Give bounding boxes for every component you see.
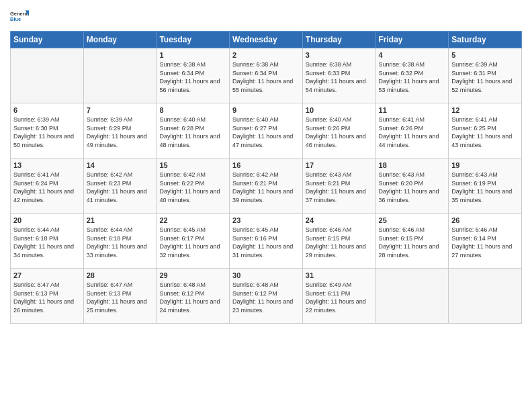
day-number: 21 — [87, 216, 154, 224]
day-number: 18 — [379, 161, 446, 169]
calendar-cell — [11, 48, 84, 103]
calendar-cell: 15Sunrise: 6:42 AMSunset: 6:22 PMDayligh… — [157, 158, 230, 214]
day-info: Sunrise: 6:40 AMSunset: 6:28 PMDaylight:… — [159, 116, 226, 149]
calendar-table: SundayMondayTuesdayWednesdayThursdayFrid… — [10, 31, 522, 324]
calendar-week-row: 13Sunrise: 6:41 AMSunset: 6:24 PMDayligh… — [11, 158, 522, 214]
calendar-cell: 3Sunrise: 6:38 AMSunset: 6:33 PMDaylight… — [302, 48, 375, 103]
day-info: Sunrise: 6:38 AMSunset: 6:34 PMDaylight:… — [232, 60, 300, 94]
day-info: Sunrise: 6:42 AMSunset: 6:21 PMDaylight:… — [232, 171, 300, 204]
calendar-cell — [449, 269, 522, 324]
calendar-cell: 2Sunrise: 6:38 AMSunset: 6:34 PMDaylight… — [230, 48, 303, 103]
day-number: 19 — [451, 161, 519, 169]
day-number: 5 — [451, 51, 519, 59]
calendar-header-day: Thursday — [302, 32, 375, 48]
day-info: Sunrise: 6:38 AMSunset: 6:33 PMDaylight:… — [306, 60, 373, 94]
day-number: 20 — [13, 216, 81, 224]
calendar-header-row: SundayMondayTuesdayWednesdayThursdayFrid… — [11, 32, 522, 48]
day-number: 13 — [13, 161, 81, 169]
calendar-cell: 21Sunrise: 6:44 AMSunset: 6:18 PMDayligh… — [83, 214, 157, 269]
day-number: 31 — [306, 271, 373, 279]
calendar-header-day: Sunday — [11, 32, 84, 48]
svg-text:Blue: Blue — [10, 16, 21, 22]
logo-area: General Blue — [10, 7, 29, 26]
calendar-cell: 29Sunrise: 6:48 AMSunset: 6:12 PMDayligh… — [157, 269, 230, 324]
calendar-header-day: Friday — [375, 32, 449, 48]
calendar-cell: 7Sunrise: 6:39 AMSunset: 6:29 PMDaylight… — [83, 103, 157, 158]
calendar-cell: 10Sunrise: 6:40 AMSunset: 6:26 PMDayligh… — [302, 103, 375, 158]
day-info: Sunrise: 6:40 AMSunset: 6:26 PMDaylight:… — [306, 116, 373, 149]
day-info: Sunrise: 6:38 AMSunset: 6:34 PMDaylight:… — [159, 60, 226, 94]
day-info: Sunrise: 6:49 AMSunset: 6:11 PMDaylight:… — [306, 281, 373, 314]
calendar-cell: 30Sunrise: 6:48 AMSunset: 6:12 PMDayligh… — [230, 269, 303, 324]
calendar-cell: 28Sunrise: 6:47 AMSunset: 6:13 PMDayligh… — [83, 269, 157, 324]
day-number: 8 — [159, 106, 226, 114]
calendar-cell: 22Sunrise: 6:45 AMSunset: 6:17 PMDayligh… — [157, 214, 230, 269]
calendar-cell: 20Sunrise: 6:44 AMSunset: 6:18 PMDayligh… — [11, 214, 84, 269]
day-info: Sunrise: 6:45 AMSunset: 6:16 PMDaylight:… — [232, 226, 300, 259]
day-info: Sunrise: 6:48 AMSunset: 6:12 PMDaylight:… — [159, 281, 226, 314]
calendar-cell: 19Sunrise: 6:43 AMSunset: 6:19 PMDayligh… — [449, 158, 522, 214]
day-number: 16 — [232, 161, 300, 169]
calendar-cell: 5Sunrise: 6:39 AMSunset: 6:31 PMDaylight… — [449, 48, 522, 103]
calendar-cell: 1Sunrise: 6:38 AMSunset: 6:34 PMDaylight… — [157, 48, 230, 103]
day-number: 24 — [306, 216, 373, 224]
day-number: 28 — [87, 271, 154, 279]
day-info: Sunrise: 6:47 AMSunset: 6:13 PMDaylight:… — [13, 281, 81, 314]
day-info: Sunrise: 6:39 AMSunset: 6:31 PMDaylight:… — [451, 60, 519, 94]
calendar-cell: 11Sunrise: 6:41 AMSunset: 6:26 PMDayligh… — [375, 103, 449, 158]
calendar-cell: 27Sunrise: 6:47 AMSunset: 6:13 PMDayligh… — [11, 269, 84, 324]
calendar-cell: 12Sunrise: 6:41 AMSunset: 6:25 PMDayligh… — [449, 103, 522, 158]
day-number: 1 — [159, 51, 226, 59]
day-info: Sunrise: 6:46 AMSunset: 6:15 PMDaylight:… — [379, 226, 446, 259]
day-number: 10 — [306, 106, 373, 114]
day-info: Sunrise: 6:39 AMSunset: 6:30 PMDaylight:… — [13, 116, 81, 149]
day-number: 11 — [379, 106, 446, 114]
day-number: 25 — [379, 216, 446, 224]
calendar-cell: 4Sunrise: 6:38 AMSunset: 6:32 PMDaylight… — [375, 48, 449, 103]
calendar-week-row: 6Sunrise: 6:39 AMSunset: 6:30 PMDaylight… — [11, 103, 522, 158]
day-info: Sunrise: 6:42 AMSunset: 6:23 PMDaylight:… — [87, 171, 154, 204]
calendar-cell: 24Sunrise: 6:46 AMSunset: 6:15 PMDayligh… — [302, 214, 375, 269]
day-info: Sunrise: 6:47 AMSunset: 6:13 PMDaylight:… — [87, 281, 154, 314]
calendar-header-day: Monday — [83, 32, 157, 48]
calendar-week-row: 20Sunrise: 6:44 AMSunset: 6:18 PMDayligh… — [11, 214, 522, 269]
day-number: 27 — [13, 271, 81, 279]
day-info: Sunrise: 6:44 AMSunset: 6:18 PMDaylight:… — [87, 226, 154, 259]
day-info: Sunrise: 6:41 AMSunset: 6:25 PMDaylight:… — [451, 116, 519, 149]
calendar-cell: 13Sunrise: 6:41 AMSunset: 6:24 PMDayligh… — [11, 158, 84, 214]
day-number: 26 — [451, 216, 519, 224]
calendar-cell — [375, 269, 449, 324]
calendar-cell: 8Sunrise: 6:40 AMSunset: 6:28 PMDaylight… — [157, 103, 230, 158]
day-info: Sunrise: 6:41 AMSunset: 6:26 PMDaylight:… — [379, 116, 446, 149]
day-info: Sunrise: 6:44 AMSunset: 6:18 PMDaylight:… — [13, 226, 81, 259]
day-number: 2 — [232, 51, 300, 59]
day-number: 9 — [232, 106, 300, 114]
day-number: 7 — [87, 106, 154, 114]
day-number: 23 — [232, 216, 300, 224]
calendar-cell: 16Sunrise: 6:42 AMSunset: 6:21 PMDayligh… — [230, 158, 303, 214]
day-number: 29 — [159, 271, 226, 279]
day-info: Sunrise: 6:48 AMSunset: 6:12 PMDaylight:… — [232, 281, 300, 314]
calendar-cell: 6Sunrise: 6:39 AMSunset: 6:30 PMDaylight… — [11, 103, 84, 158]
day-number: 6 — [13, 106, 81, 114]
calendar-header-day: Tuesday — [157, 32, 230, 48]
day-info: Sunrise: 6:43 AMSunset: 6:19 PMDaylight:… — [451, 171, 519, 204]
header: General Blue — [10, 7, 522, 26]
calendar-cell: 23Sunrise: 6:45 AMSunset: 6:16 PMDayligh… — [230, 214, 303, 269]
day-number: 3 — [306, 51, 373, 59]
calendar-cell: 25Sunrise: 6:46 AMSunset: 6:15 PMDayligh… — [375, 214, 449, 269]
calendar-week-row: 1Sunrise: 6:38 AMSunset: 6:34 PMDaylight… — [11, 48, 522, 103]
day-number: 14 — [87, 161, 154, 169]
page: General Blue SundayMondayTuesdayWednesda… — [0, 0, 532, 411]
calendar-cell: 18Sunrise: 6:43 AMSunset: 6:20 PMDayligh… — [375, 158, 449, 214]
day-info: Sunrise: 6:43 AMSunset: 6:21 PMDaylight:… — [306, 171, 373, 204]
calendar-header-day: Saturday — [449, 32, 522, 48]
day-info: Sunrise: 6:40 AMSunset: 6:27 PMDaylight:… — [232, 116, 300, 149]
day-number: 30 — [232, 271, 300, 279]
calendar-week-row: 27Sunrise: 6:47 AMSunset: 6:13 PMDayligh… — [11, 269, 522, 324]
day-info: Sunrise: 6:42 AMSunset: 6:22 PMDaylight:… — [159, 171, 226, 204]
calendar-cell — [83, 48, 157, 103]
day-number: 17 — [306, 161, 373, 169]
day-info: Sunrise: 6:41 AMSunset: 6:24 PMDaylight:… — [13, 171, 81, 204]
day-info: Sunrise: 6:46 AMSunset: 6:14 PMDaylight:… — [451, 226, 519, 259]
